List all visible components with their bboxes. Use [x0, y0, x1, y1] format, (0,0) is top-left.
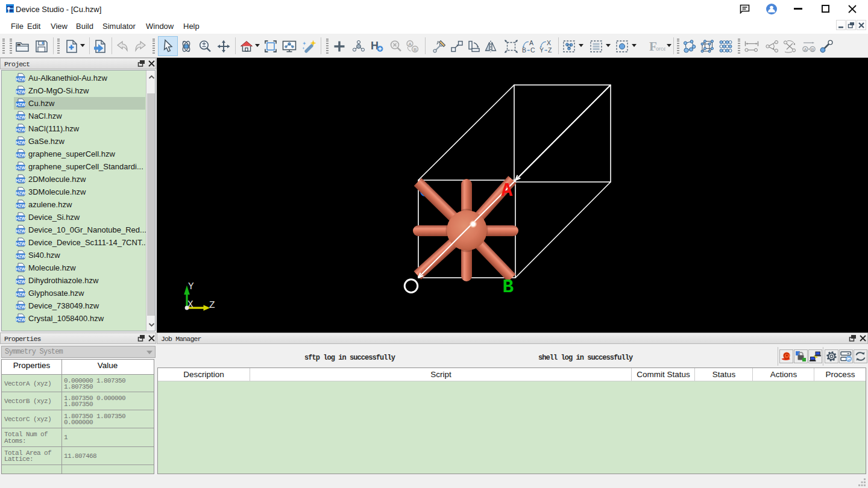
svg-text:A: A: [529, 39, 533, 46]
svg-text:A: A: [409, 42, 412, 47]
svg-text:HZW: HZW: [16, 102, 25, 107]
svg-text:HZW: HZW: [16, 140, 25, 145]
svg-text:HZW: HZW: [16, 90, 25, 94]
svg-text:HZW: HZW: [16, 229, 25, 233]
svg-text:HZW: HZW: [16, 292, 25, 296]
svg-text:HZW: HZW: [16, 128, 25, 132]
svg-text:HZW: HZW: [16, 178, 25, 183]
svg-text:HZW: HZW: [16, 242, 25, 246]
svg-text:Y: Y: [188, 281, 194, 292]
svg-text:HZW: HZW: [16, 305, 25, 309]
svg-text:HZW: HZW: [16, 204, 25, 208]
svg-text:B: B: [811, 47, 814, 52]
svg-text:B: B: [503, 277, 514, 298]
svg-text:HZW: HZW: [16, 77, 25, 81]
svg-text:X: X: [547, 39, 551, 46]
svg-text:HZW: HZW: [16, 191, 25, 195]
svg-text:HZW: HZW: [16, 318, 25, 322]
svg-text:HZW: HZW: [16, 267, 25, 271]
svg-text:HZW: HZW: [16, 216, 25, 221]
svg-text:Z: Z: [209, 300, 215, 311]
svg-text:A: A: [502, 180, 513, 201]
svg-text:B: B: [522, 46, 526, 54]
svg-text:HZW: HZW: [16, 115, 25, 119]
svg-text:C: C: [530, 46, 535, 54]
svg-text:Z: Z: [548, 46, 552, 54]
svg-text:Y: Y: [539, 46, 544, 54]
svg-text:A: A: [804, 47, 808, 52]
svg-text:B: B: [414, 47, 417, 52]
svg-text:HZW: HZW: [16, 254, 25, 258]
svg-text:HZW: HZW: [16, 280, 25, 284]
svg-text:HZW: HZW: [16, 153, 25, 157]
svg-text:X: X: [187, 299, 193, 310]
svg-text:orce: orce: [656, 46, 665, 52]
svg-text:HZW: HZW: [16, 166, 25, 170]
